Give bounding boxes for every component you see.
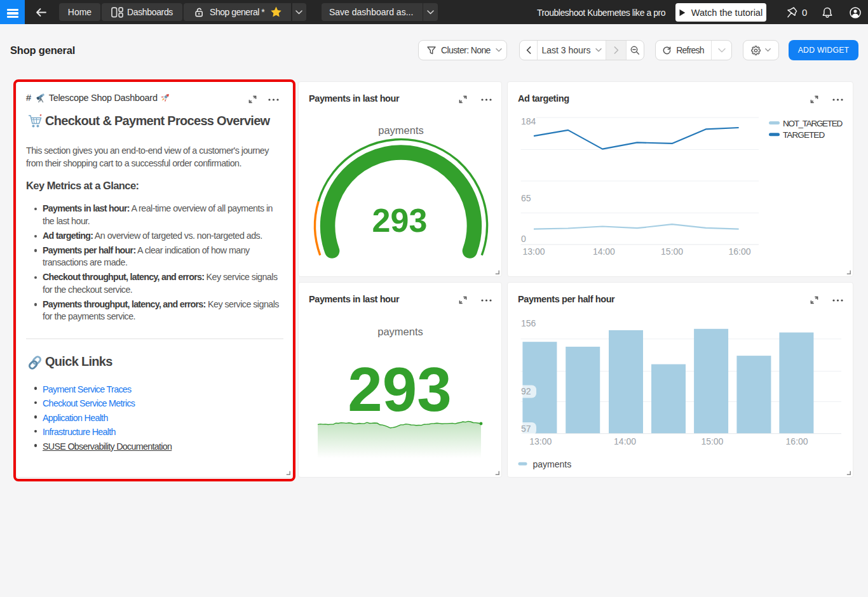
svg-text:payments: payments [377, 326, 423, 337]
svg-text:TARGETED: TARGETED [783, 130, 825, 140]
svg-text:15:00: 15:00 [661, 246, 683, 257]
svg-text:13:00: 13:00 [529, 436, 552, 446]
svg-text:15:00: 15:00 [701, 436, 723, 446]
svg-text:NOT_TARGETED: NOT_TARGETED [783, 119, 843, 128]
svg-text:184: 184 [521, 116, 536, 126]
svg-text:14:00: 14:00 [614, 436, 636, 446]
svg-text:293: 293 [348, 354, 452, 424]
svg-text:payments: payments [533, 459, 572, 469]
svg-text:13:00: 13:00 [522, 246, 545, 257]
svg-text:293: 293 [372, 202, 428, 239]
svg-text:57: 57 [521, 424, 531, 434]
svg-text:92: 92 [521, 386, 531, 396]
svg-text:14:00: 14:00 [593, 246, 615, 257]
svg-text:156: 156 [521, 318, 536, 328]
svg-text:16:00: 16:00 [728, 246, 750, 257]
svg-text:0: 0 [521, 234, 526, 244]
svg-text:16:00: 16:00 [786, 436, 808, 446]
svg-text:65: 65 [521, 193, 531, 203]
svg-text:payments: payments [378, 124, 424, 136]
